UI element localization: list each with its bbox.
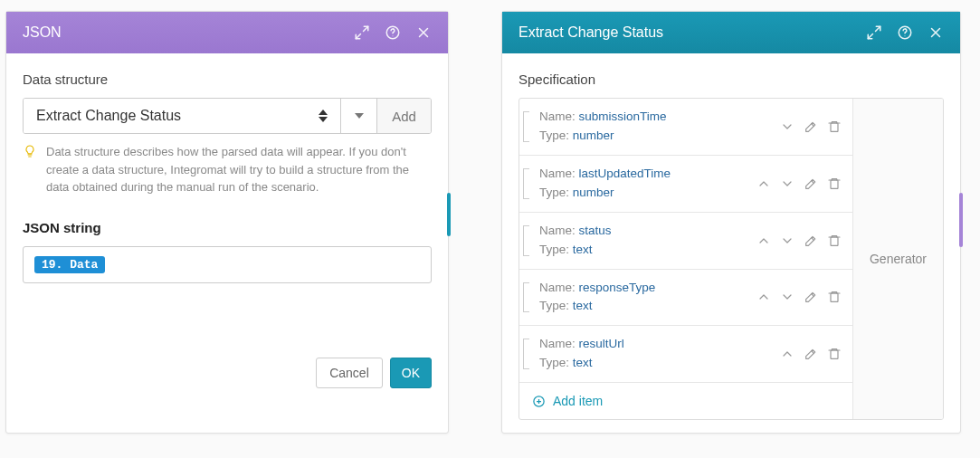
move-up-icon[interactable] [780,347,794,361]
json-panel-title: JSON [23,24,62,41]
move-down-icon[interactable] [780,290,794,304]
edit-icon[interactable] [804,347,818,361]
move-down-icon[interactable] [780,234,794,248]
svg-rect-17 [831,237,838,245]
data-structure-add-button[interactable]: Add [376,99,431,133]
expand-icon[interactable] [354,24,370,41]
svg-line-10 [868,34,872,39]
svg-rect-15 [831,123,838,131]
spec-item-text: Name: statusType: text [530,222,612,260]
svg-rect-18 [831,293,838,301]
spec-item-text: Name: lastUpdatedTimeType: number [530,165,671,203]
side-accent [447,193,451,236]
data-structure-hint: Data structure describes how the parsed … [23,143,432,196]
spec-item-text: Name: submissionTimeType: number [530,108,667,146]
spec-item-name: submissionTime [579,110,667,123]
svg-marker-7 [319,117,328,122]
spec-item-type: number [573,186,614,199]
spec-item-name: responseType [579,281,656,294]
svg-line-0 [364,26,368,31]
edit-icon[interactable] [804,234,818,248]
close-icon[interactable] [415,24,432,41]
svg-line-9 [876,26,880,31]
move-up-icon[interactable] [756,177,771,191]
spec-item: Name: submissionTimeType: number [519,99,852,156]
json-string-input[interactable]: 19. Data [23,246,432,283]
data-structure-select-row: Extract Change Status Add [23,98,432,134]
spec-item: Name: responseTypeType: text [519,270,852,327]
cancel-button[interactable]: Cancel [316,358,383,388]
spec-item-actions [756,234,842,248]
svg-marker-8 [355,113,364,119]
spec-item-text: Name: resultUrlType: text [530,335,624,373]
svg-point-3 [392,35,393,36]
json-string-pill: 19. Data [34,256,105,273]
extract-panel-header: Extract Change Status [502,12,960,53]
move-up-icon[interactable] [756,234,771,248]
json-string-label: JSON string [23,220,432,235]
specification-label: Specification [519,72,944,87]
spec-item-name: resultUrl [579,337,624,350]
specification-container: Name: submissionTimeType: numberName: la… [519,98,944,420]
expand-icon[interactable] [866,24,882,41]
edit-icon[interactable] [804,177,818,191]
delete-icon[interactable] [827,177,842,191]
side-accent [959,193,963,247]
data-structure-select-value: Extract Change Status [36,108,181,124]
spec-item: Name: resultUrlType: text [519,326,852,383]
delete-icon[interactable] [827,234,842,248]
spec-item-actions [756,177,842,191]
data-structure-dropdown[interactable] [340,99,376,133]
specification-list: Name: submissionTimeType: numberName: la… [519,99,852,419]
edit-icon[interactable] [804,119,818,134]
json-panel-header: JSON [6,12,448,53]
move-down-icon[interactable] [780,119,794,134]
extract-panel: Extract Change Status Specification Name… [501,11,961,434]
move-up-icon[interactable] [756,290,771,304]
spec-item: Name: statusType: text [519,213,852,270]
spec-item: Name: lastUpdatedTimeType: number [519,156,852,213]
svg-line-1 [356,34,360,39]
json-panel: JSON Data structure Extract Change Statu… [5,11,449,434]
delete-icon[interactable] [827,119,842,134]
extract-panel-title: Extract Change Status [519,24,663,41]
svg-marker-6 [319,110,328,115]
spec-item-name: status [579,224,612,237]
spec-item-text: Name: responseTypeType: text [530,279,655,317]
delete-icon[interactable] [827,347,842,361]
spec-item-type: text [573,243,593,256]
hint-text: Data structure describes how the parsed … [46,143,432,196]
spec-item-type: text [573,299,593,312]
help-icon[interactable] [897,24,913,41]
lightbulb-icon [23,144,37,196]
spec-item-type: text [573,356,593,369]
edit-icon[interactable] [804,290,818,304]
add-item-button[interactable]: Add item [519,383,852,419]
delete-icon[interactable] [827,290,842,304]
close-icon[interactable] [928,24,944,41]
generator-button[interactable]: Generator [852,99,943,419]
help-icon[interactable] [385,24,401,41]
ok-button[interactable]: OK [390,358,432,388]
spec-item-type: number [573,129,614,142]
sort-icon [319,110,328,122]
spec-item-name: lastUpdatedTime [579,167,671,180]
data-structure-select[interactable]: Extract Change Status [24,99,340,133]
move-down-icon[interactable] [780,177,794,191]
svg-rect-16 [831,180,838,188]
spec-item-actions [780,347,842,361]
add-item-label: Add item [553,394,603,408]
spec-item-actions [756,290,842,304]
data-structure-label: Data structure [23,72,432,87]
svg-point-12 [904,35,905,36]
svg-rect-19 [831,350,838,358]
spec-item-actions [780,119,842,134]
